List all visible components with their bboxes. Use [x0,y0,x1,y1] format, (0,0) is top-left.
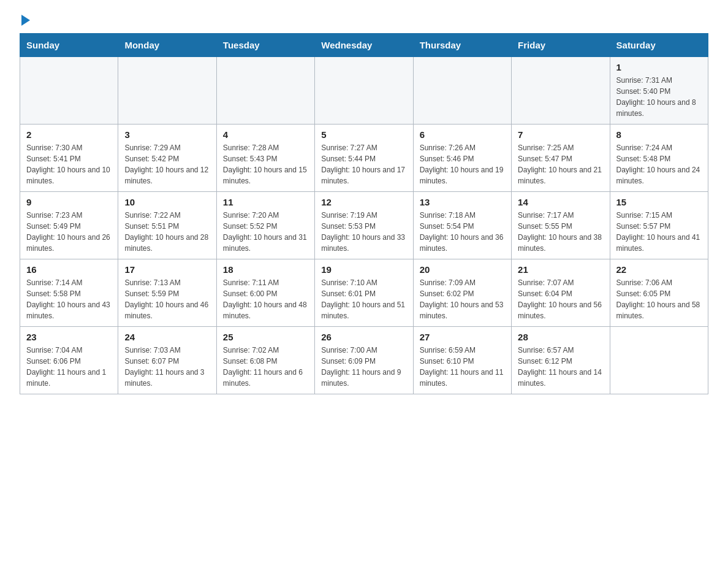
day-number: 7 [518,129,603,140]
col-header-sunday: Sunday [20,34,118,57]
day-info: Sunrise: 7:22 AMSunset: 5:51 PMDaylight:… [124,210,210,254]
day-number: 10 [124,197,210,207]
calendar-cell: 27Sunrise: 6:59 AMSunset: 6:10 PMDayligh… [413,327,511,394]
calendar-cell: 21Sunrise: 7:07 AMSunset: 6:04 PMDayligh… [512,259,610,327]
calendar-cell: 15Sunrise: 7:15 AMSunset: 5:57 PMDayligh… [610,192,708,259]
calendar-cell: 20Sunrise: 7:09 AMSunset: 6:02 PMDayligh… [413,259,511,327]
calendar-cell: 1Sunrise: 7:31 AMSunset: 5:40 PMDaylight… [610,57,708,124]
calendar-cell [512,57,610,124]
calendar-cell [610,327,708,394]
day-info: Sunrise: 7:20 AMSunset: 5:52 PMDaylight:… [223,210,308,254]
day-number: 26 [321,332,406,342]
day-number: 18 [223,264,308,275]
calendar-cell: 25Sunrise: 7:02 AMSunset: 6:08 PMDayligh… [216,327,314,394]
day-info: Sunrise: 7:02 AMSunset: 6:08 PMDaylight:… [223,345,308,389]
day-number: 17 [124,264,210,275]
calendar-cell: 19Sunrise: 7:10 AMSunset: 6:01 PMDayligh… [315,259,413,327]
day-info: Sunrise: 7:17 AMSunset: 5:55 PMDaylight:… [518,210,603,254]
col-header-friday: Friday [512,34,610,57]
day-number: 23 [26,332,112,342]
day-number: 15 [616,197,702,207]
day-number: 20 [420,264,505,275]
day-number: 2 [26,129,112,140]
day-info: Sunrise: 7:14 AMSunset: 5:58 PMDaylight:… [26,277,112,321]
calendar-cell: 18Sunrise: 7:11 AMSunset: 6:00 PMDayligh… [216,259,314,327]
day-number: 21 [518,264,603,275]
day-number: 11 [223,197,308,207]
calendar-week-row: 1Sunrise: 7:31 AMSunset: 5:40 PMDaylight… [20,57,708,124]
day-number: 3 [124,129,210,140]
day-number: 19 [321,264,406,275]
calendar-cell: 10Sunrise: 7:22 AMSunset: 5:51 PMDayligh… [118,192,216,259]
calendar-cell: 8Sunrise: 7:24 AMSunset: 5:48 PMDaylight… [610,124,708,192]
col-header-monday: Monday [118,34,216,57]
calendar-cell: 3Sunrise: 7:29 AMSunset: 5:42 PMDaylight… [118,124,216,192]
day-number: 27 [420,332,505,342]
day-info: Sunrise: 7:19 AMSunset: 5:53 PMDaylight:… [321,210,406,254]
col-header-saturday: Saturday [610,34,708,57]
day-number: 22 [616,264,702,275]
calendar-cell: 12Sunrise: 7:19 AMSunset: 5:53 PMDayligh… [315,192,413,259]
day-number: 6 [420,129,505,140]
calendar-cell: 17Sunrise: 7:13 AMSunset: 5:59 PMDayligh… [118,259,216,327]
day-info: Sunrise: 7:29 AMSunset: 5:42 PMDaylight:… [124,142,210,186]
calendar-cell: 2Sunrise: 7:30 AMSunset: 5:41 PMDaylight… [20,124,118,192]
day-info: Sunrise: 6:59 AMSunset: 6:10 PMDaylight:… [420,345,505,389]
calendar-cell: 13Sunrise: 7:18 AMSunset: 5:54 PMDayligh… [413,192,511,259]
calendar-cell [20,57,118,124]
day-number: 4 [223,129,308,140]
day-info: Sunrise: 7:13 AMSunset: 5:59 PMDaylight:… [124,277,210,321]
calendar-cell [315,57,413,124]
day-number: 13 [420,197,505,207]
day-info: Sunrise: 7:10 AMSunset: 6:01 PMDaylight:… [321,277,406,321]
day-info: Sunrise: 7:26 AMSunset: 5:46 PMDaylight:… [420,142,505,186]
day-number: 8 [616,129,702,140]
calendar-cell: 11Sunrise: 7:20 AMSunset: 5:52 PMDayligh… [216,192,314,259]
calendar-cell [413,57,511,124]
calendar-cell: 23Sunrise: 7:04 AMSunset: 6:06 PMDayligh… [20,327,118,394]
calendar-week-row: 16Sunrise: 7:14 AMSunset: 5:58 PMDayligh… [20,259,708,327]
col-header-thursday: Thursday [413,34,511,57]
day-number: 5 [321,129,406,140]
calendar-header-row: SundayMondayTuesdayWednesdayThursdayFrid… [20,34,708,57]
calendar-cell: 26Sunrise: 7:00 AMSunset: 6:09 PMDayligh… [315,327,413,394]
day-info: Sunrise: 7:28 AMSunset: 5:43 PMDaylight:… [223,142,308,186]
day-info: Sunrise: 6:57 AMSunset: 6:12 PMDaylight:… [518,345,603,389]
day-number: 1 [616,62,702,72]
day-info: Sunrise: 7:23 AMSunset: 5:49 PMDaylight:… [26,210,112,254]
calendar-cell: 6Sunrise: 7:26 AMSunset: 5:46 PMDaylight… [413,124,511,192]
day-info: Sunrise: 7:09 AMSunset: 6:02 PMDaylight:… [420,277,505,321]
calendar-table: SundayMondayTuesdayWednesdayThursdayFrid… [20,33,708,394]
calendar-cell [118,57,216,124]
calendar-cell: 28Sunrise: 6:57 AMSunset: 6:12 PMDayligh… [512,327,610,394]
day-number: 14 [518,197,603,207]
day-number: 25 [223,332,308,342]
calendar-cell: 9Sunrise: 7:23 AMSunset: 5:49 PMDaylight… [20,192,118,259]
day-number: 12 [321,197,406,207]
calendar-cell: 22Sunrise: 7:06 AMSunset: 6:05 PMDayligh… [610,259,708,327]
calendar-week-row: 23Sunrise: 7:04 AMSunset: 6:06 PMDayligh… [20,327,708,394]
logo-triangle-icon [21,15,30,26]
day-info: Sunrise: 7:18 AMSunset: 5:54 PMDaylight:… [420,210,505,254]
calendar-cell [216,57,314,124]
col-header-tuesday: Tuesday [216,34,314,57]
day-number: 28 [518,332,603,342]
calendar-cell: 4Sunrise: 7:28 AMSunset: 5:43 PMDaylight… [216,124,314,192]
calendar-cell: 16Sunrise: 7:14 AMSunset: 5:58 PMDayligh… [20,259,118,327]
calendar-cell: 5Sunrise: 7:27 AMSunset: 5:44 PMDaylight… [315,124,413,192]
day-info: Sunrise: 7:07 AMSunset: 6:04 PMDaylight:… [518,277,603,321]
day-info: Sunrise: 7:27 AMSunset: 5:44 PMDaylight:… [321,142,406,186]
page-header [20,15,708,26]
day-info: Sunrise: 7:25 AMSunset: 5:47 PMDaylight:… [518,142,603,186]
day-number: 16 [26,264,112,275]
day-info: Sunrise: 7:03 AMSunset: 6:07 PMDaylight:… [124,345,210,389]
day-info: Sunrise: 7:11 AMSunset: 6:00 PMDaylight:… [223,277,308,321]
day-number: 24 [124,332,210,342]
calendar-week-row: 9Sunrise: 7:23 AMSunset: 5:49 PMDaylight… [20,192,708,259]
day-info: Sunrise: 7:04 AMSunset: 6:06 PMDaylight:… [26,345,112,389]
col-header-wednesday: Wednesday [315,34,413,57]
day-number: 9 [26,197,112,207]
calendar-cell: 7Sunrise: 7:25 AMSunset: 5:47 PMDaylight… [512,124,610,192]
day-info: Sunrise: 7:31 AMSunset: 5:40 PMDaylight:… [616,75,702,119]
calendar-cell: 14Sunrise: 7:17 AMSunset: 5:55 PMDayligh… [512,192,610,259]
